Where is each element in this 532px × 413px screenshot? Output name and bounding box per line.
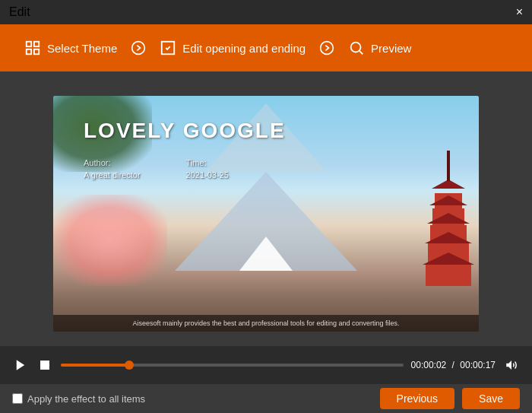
title-bar: Edit × <box>0 0 532 24</box>
preview-label: Preview <box>371 42 411 55</box>
svg-marker-11 <box>506 361 511 370</box>
volume-button[interactable] <box>503 357 520 373</box>
window-title: Edit <box>9 5 30 19</box>
time-separator: / <box>452 360 454 370</box>
author-value: A great director <box>84 170 141 179</box>
progress-bar[interactable] <box>61 364 404 367</box>
arrow-separator-2 <box>319 40 334 56</box>
toolbar-edit-opening-ending[interactable]: Edit opening and ending <box>150 33 315 62</box>
play-button[interactable] <box>12 357 29 373</box>
previous-button[interactable]: Previous <box>380 388 454 409</box>
svg-marker-9 <box>17 360 25 370</box>
time-display: 00:00:02 / 00:00:17 <box>411 360 496 370</box>
progress-fill <box>61 364 129 367</box>
svg-rect-2 <box>27 49 31 54</box>
edit-opening-ending-label: Edit opening and ending <box>182 42 306 55</box>
progress-thumb <box>125 361 134 370</box>
svg-rect-0 <box>27 42 31 46</box>
current-time: 00:00:02 <box>411 360 447 370</box>
video-preview: LOVELY GOOGLE Author: A great director T… <box>53 96 479 332</box>
svg-point-4 <box>132 42 145 55</box>
svg-point-6 <box>321 42 334 55</box>
author-label: Author: <box>84 158 141 167</box>
svg-rect-1 <box>34 42 39 46</box>
caption-bar: Aiseesoft mainly provides the best and p… <box>53 315 479 332</box>
toolbar-select-theme[interactable]: Select Theme <box>15 33 126 62</box>
time-group: Time: 2021-03-25 <box>186 158 229 179</box>
time-value: 2021-03-25 <box>186 170 229 179</box>
main-content: LOVELY GOOGLE Author: A great director T… <box>0 71 532 346</box>
svg-rect-3 <box>34 49 39 54</box>
toolbar-preview[interactable]: Preview <box>339 33 420 62</box>
video-meta: Author: A great director Time: 2021-03-2… <box>84 158 448 179</box>
play-icon <box>14 358 27 372</box>
caption-text: Aiseesoft mainly provides the best and p… <box>61 319 471 327</box>
total-time: 00:00:17 <box>460 360 496 370</box>
overlay-text: LOVELY GOOGLE Author: A great director T… <box>53 96 479 332</box>
apply-effect-checkbox[interactable] <box>12 393 23 404</box>
bottom-bar: Apply the effect to all items Previous S… <box>0 384 532 413</box>
playback-controls: 00:00:02 / 00:00:17 <box>0 346 532 384</box>
edit-icon <box>160 40 176 56</box>
grid-icon <box>24 40 41 56</box>
video-title: LOVELY GOOGLE <box>84 119 448 143</box>
svg-rect-10 <box>40 361 49 370</box>
stop-icon <box>38 358 52 372</box>
volume-icon <box>505 358 518 372</box>
apply-effect-checkbox-label[interactable]: Apply the effect to all items <box>12 393 145 405</box>
action-buttons: Previous Save <box>380 388 520 409</box>
stop-button[interactable] <box>36 357 53 373</box>
svg-line-8 <box>359 51 363 54</box>
time-label: Time: <box>186 158 229 167</box>
apply-effect-label-text: Apply the effect to all items <box>27 393 145 405</box>
arrow-separator-1 <box>131 40 146 56</box>
save-button[interactable]: Save <box>462 388 520 409</box>
toolbar: Select Theme Edit opening and ending <box>0 24 532 71</box>
close-window-button[interactable]: × <box>516 6 523 18</box>
author-group: Author: A great director <box>84 158 141 179</box>
svg-point-7 <box>351 43 361 52</box>
select-theme-label: Select Theme <box>47 42 117 55</box>
search-icon <box>348 40 365 56</box>
